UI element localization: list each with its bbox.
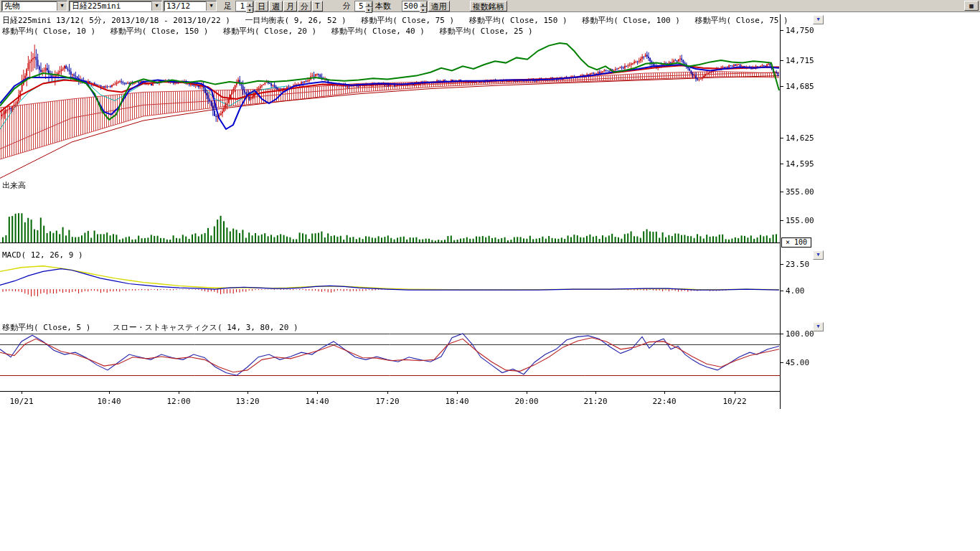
legend-symbol-period: 日経225mini 13/12( 5分, 2013/10/18 - 2013/1…: [2, 16, 230, 25]
axis-tick-label: 14,685: [786, 82, 814, 91]
legend-ma25: 移動平均( Close, 25 ): [440, 27, 533, 36]
price-panel-legend-row1: 日経225mini 13/12( 5分, 2013/10/18 - 2013/1…: [2, 15, 798, 26]
chart-canvas[interactable]: [0, 0, 980, 551]
legend-ma75: 移動平均( Close, 75 ): [361, 16, 454, 25]
axis-tick-label: 4.00: [786, 286, 805, 296]
axis-tick-label: 45.00: [786, 358, 809, 367]
axis-tick-label: 14,750: [786, 26, 814, 35]
axis-tick-label: 14,715: [786, 56, 814, 65]
legend-ma100: 移動平均( Close, 100 ): [582, 16, 680, 25]
volume-panel-label: 出来高: [2, 180, 26, 191]
time-tick-label: 10/22: [722, 397, 746, 406]
axis-tick-label: 14,625: [786, 133, 814, 143]
stoch-panel-collapse-button[interactable]: ▼: [813, 322, 824, 331]
axis-tick-label: 23.50: [786, 260, 809, 269]
price-panel-collapse-button[interactable]: ▼: [813, 15, 824, 24]
time-tick-label: 12:00: [166, 397, 190, 406]
time-tick-label: 20:00: [514, 397, 538, 406]
time-tick-label: 18:40: [445, 397, 468, 406]
legend-ma40: 移動平均( Close, 40 ): [331, 27, 425, 36]
macd-panel-label: MACD( 12, 26, 9 ): [2, 250, 83, 260]
chevron-down-icon: ▼: [816, 324, 819, 329]
time-tick-label: 10/21: [9, 397, 33, 406]
macd-panel-collapse-button[interactable]: ▼: [813, 250, 824, 260]
time-tick-label: 21:20: [583, 397, 607, 406]
legend-ma150: 移動平均( Close, 150 ): [469, 16, 567, 25]
legend-ma150b: 移動平均( Close, 150 ): [110, 27, 209, 36]
time-tick-label: 22:40: [652, 397, 676, 406]
chart-application-window: 先物 ▼ 日経225mini ▼ 13/12 ▼ 足 1 ▲ ▼ 日 週 月 分…: [0, 0, 980, 551]
stoch-ma-label: 移動平均( Close, 5 ): [2, 323, 90, 332]
axis-tick-label: 100.00: [786, 329, 814, 339]
axis-tick-label: 14,595: [786, 159, 814, 169]
price-panel-legend-row2: 移動平均( Close, 10 ) 移動平均( Close, 150 ) 移動平…: [2, 26, 543, 37]
stoch-label: スロー・ストキャスティクス( 14, 3, 80, 20 ): [113, 323, 298, 332]
volume-multiplier-badge: × 100: [781, 237, 811, 248]
stoch-panel-labels: 移動平均( Close, 5 ) スロー・ストキャスティクス( 14, 3, 8…: [2, 322, 308, 333]
legend-ma20: 移動平均( Close, 20 ): [223, 27, 316, 36]
time-tick-label: 10:40: [97, 397, 121, 406]
time-tick-label: 17:20: [375, 397, 399, 406]
time-tick-label: 14:40: [305, 397, 329, 406]
axis-tick-label: 155.00: [786, 216, 814, 225]
legend-ma10: 移動平均( Close, 10 ): [2, 27, 95, 36]
time-tick-label: 13:20: [235, 397, 259, 406]
axis-tick-label: 355.00: [786, 187, 814, 197]
chevron-down-icon: ▼: [816, 252, 819, 258]
legend-ichimoku: 一目均衡表( 9, 26, 52 ): [245, 16, 346, 25]
chevron-down-icon: ▼: [816, 17, 819, 22]
legend-ma75b: 移動平均( Close, 75 ): [695, 16, 788, 25]
